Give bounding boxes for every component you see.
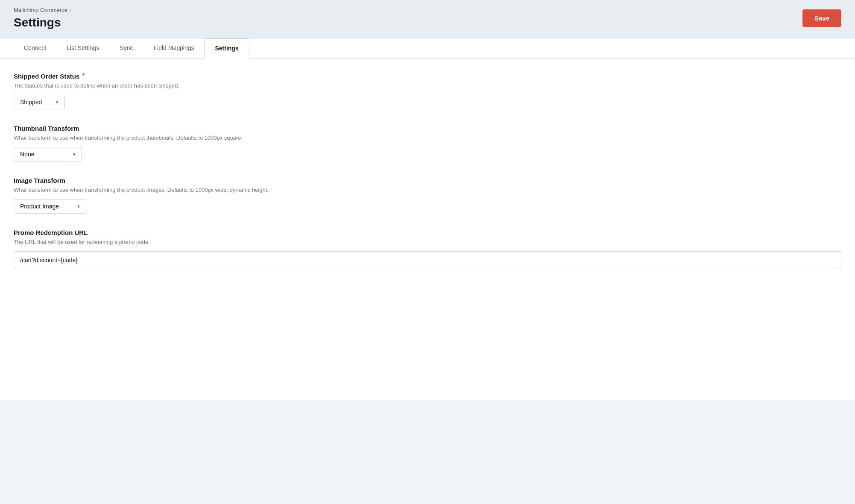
shipped-order-status-value: Shipped (20, 99, 42, 105)
image-transform-dropdown[interactable]: Product Image ▾ (14, 199, 86, 214)
chevron-down-icon: ▾ (77, 204, 80, 209)
thumbnail-transform-section: Thumbnail Transform What transform to us… (14, 125, 841, 161)
shipped-order-status-title: Shipped Order Status * (14, 72, 841, 80)
page-title: Settings (14, 16, 71, 29)
save-button[interactable]: Save (802, 9, 841, 27)
thumbnail-transform-desc: What transform to use when transforming … (14, 135, 841, 141)
promo-redemption-url-input[interactable] (14, 251, 841, 269)
promo-redemption-url-title: Promo Redemption URL (14, 229, 841, 236)
image-transform-section: Image Transform What transform to use wh… (14, 177, 841, 214)
promo-redemption-url-section: Promo Redemption URL The URL that will b… (14, 229, 841, 269)
tabs-bar: Connect List Settings Sync Field Mapping… (0, 38, 855, 59)
shipped-order-status-dropdown[interactable]: Shipped ▾ (14, 95, 65, 109)
main-content: Shipped Order Status * The statues that … (0, 59, 855, 400)
tab-settings[interactable]: Settings (204, 38, 249, 59)
promo-redemption-url-desc: The URL that will be used for redeeming … (14, 239, 841, 245)
thumbnail-transform-value: None (20, 151, 34, 158)
breadcrumb-separator: › (69, 7, 71, 13)
chevron-down-icon: ▾ (56, 100, 59, 105)
thumbnail-transform-dropdown[interactable]: None ▾ (14, 147, 82, 161)
breadcrumb-parent: Mailchimp Commerce (14, 7, 67, 13)
chevron-down-icon: ▾ (73, 152, 76, 157)
header-bar: Mailchimp Commerce › Settings Save (0, 0, 855, 38)
tab-field-mappings[interactable]: Field Mappings (143, 38, 205, 58)
breadcrumb: Mailchimp Commerce › (14, 7, 71, 13)
shipped-order-status-section: Shipped Order Status * The statues that … (14, 72, 841, 109)
shipped-order-status-desc: The statues that is used to define when … (14, 82, 841, 89)
tab-connect[interactable]: Connect (14, 38, 56, 58)
required-star: * (82, 72, 85, 80)
image-transform-desc: What transform to use when transforming … (14, 187, 841, 193)
tab-sync[interactable]: Sync (109, 38, 143, 58)
image-transform-title: Image Transform (14, 177, 841, 184)
tab-list-settings[interactable]: List Settings (56, 38, 109, 58)
thumbnail-transform-title: Thumbnail Transform (14, 125, 841, 132)
header-left: Mailchimp Commerce › Settings (14, 7, 71, 29)
image-transform-value: Product Image (20, 203, 59, 210)
